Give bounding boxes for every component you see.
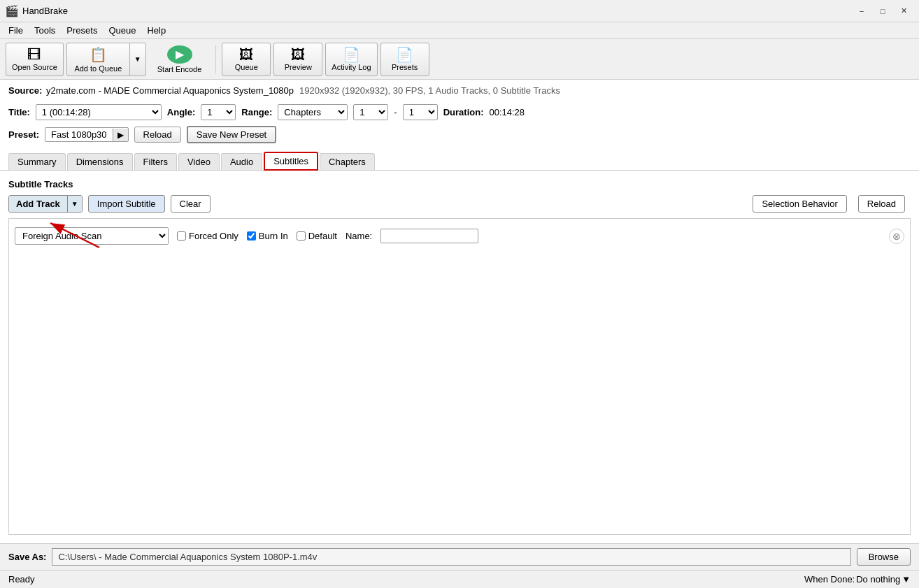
presets-button[interactable]: 📄 Presets xyxy=(380,43,429,76)
activity-log-label: Activity Log xyxy=(332,63,371,71)
browse-button[interactable]: Browse xyxy=(857,548,911,566)
preset-label: Preset: xyxy=(8,129,39,140)
tab-video[interactable]: Video xyxy=(178,153,220,170)
angle-label: Angle: xyxy=(167,107,195,117)
range-to-select[interactable]: 1 xyxy=(403,104,438,120)
add-track-button-group: Add Track ▼ xyxy=(8,195,83,213)
source-meta: 1920x932 (1920x932), 30 FPS, 1 Audio Tra… xyxy=(299,85,560,96)
source-info: Source: y2mate.com - MADE Commercial Aqu… xyxy=(0,80,919,101)
range-label: Range: xyxy=(241,107,272,117)
toolbar-separator-1 xyxy=(215,45,216,73)
title-select[interactable]: 1 (00:14:28) xyxy=(36,104,162,120)
title-row: Title: 1 (00:14:28) Angle: 1 Range: Chap… xyxy=(0,101,919,123)
title-field-label: Title: xyxy=(8,107,30,117)
duration-value: 00:14:28 xyxy=(489,107,525,117)
tabs-container: Summary Dimensions Filters Video Audio S… xyxy=(0,149,919,171)
titlebar: 🎬 HandBrake − □ ✕ xyxy=(0,0,919,22)
when-done-label: When Done: xyxy=(804,574,855,585)
tab-summary[interactable]: Summary xyxy=(8,153,66,170)
toolbar: 🎞 Open Source 📋 Add to Queue ▼ ▶ Start E… xyxy=(0,39,919,80)
menu-presets[interactable]: Presets xyxy=(61,24,103,37)
menu-file[interactable]: File xyxy=(3,24,29,37)
window-controls: − □ ✕ xyxy=(852,3,913,19)
reload-preset-button[interactable]: Reload xyxy=(134,127,181,143)
default-label: Default xyxy=(308,231,337,241)
close-button[interactable]: ✕ xyxy=(894,3,913,19)
reload-subtitles-button[interactable]: Reload xyxy=(858,195,905,213)
tab-subtitles[interactable]: Subtitles xyxy=(264,152,318,171)
preset-selector: Fast 1080p30 ▶ xyxy=(45,127,129,142)
toolbar-scrollbar xyxy=(904,42,913,76)
track-type-select[interactable]: Foreign Audio Scan English (Track 1) Eng… xyxy=(15,227,169,245)
tab-chapters[interactable]: Chapters xyxy=(320,153,375,170)
statusbar: Ready When Done: Do nothing ▼ xyxy=(0,570,919,588)
subtitle-right-buttons: Selection Behavior Reload xyxy=(753,195,911,213)
default-checkbox[interactable] xyxy=(297,231,306,241)
tab-filters[interactable]: Filters xyxy=(134,153,177,170)
queue-label: Queue xyxy=(235,63,258,71)
range-from-select[interactable]: 1 xyxy=(353,104,388,120)
menu-queue[interactable]: Queue xyxy=(103,24,141,37)
remove-track-button[interactable]: ⊗ xyxy=(889,229,904,244)
forced-only-label: Forced Only xyxy=(189,231,238,241)
saveas-label: Save As: xyxy=(8,552,46,562)
menu-tools[interactable]: Tools xyxy=(29,24,61,37)
add-to-queue-dropdown-arrow[interactable]: ▼ xyxy=(130,43,145,76)
app-icon: 🎬 xyxy=(6,5,18,17)
tab-dimensions[interactable]: Dimensions xyxy=(67,153,133,170)
save-new-preset-button[interactable]: Save New Preset xyxy=(187,126,276,143)
menubar: File Tools Presets Queue Help xyxy=(0,22,919,39)
forced-only-checkbox-label[interactable]: Forced Only xyxy=(177,231,238,241)
start-encode-button[interactable]: ▶ Start Encode xyxy=(149,43,211,76)
add-to-queue-button[interactable]: 📋 Add to Queue ▼ xyxy=(66,43,146,76)
import-subtitle-button[interactable]: Import Subtitle xyxy=(88,195,165,213)
menu-help[interactable]: Help xyxy=(141,24,171,37)
source-filename: y2mate.com - MADE Commercial Aquaponics … xyxy=(46,85,294,96)
maximize-button[interactable]: □ xyxy=(873,3,892,19)
start-encode-label: Start Encode xyxy=(157,65,202,73)
angle-select[interactable]: 1 xyxy=(201,104,236,120)
add-to-queue-main[interactable]: 📋 Add to Queue xyxy=(67,43,130,76)
queue-button[interactable]: 🖼 Queue xyxy=(222,43,271,76)
add-to-queue-label: Add to Queue xyxy=(74,64,122,73)
add-track-button[interactable]: Add Track xyxy=(9,196,67,212)
tab-audio[interactable]: Audio xyxy=(221,153,262,170)
name-input[interactable] xyxy=(380,229,478,243)
open-source-icon: 🎞 xyxy=(27,48,41,62)
preset-expand-button[interactable]: ▶ xyxy=(113,129,128,141)
default-checkbox-label[interactable]: Default xyxy=(297,231,337,241)
main-content: Subtitle Tracks Add Track ▼ Import Subti… xyxy=(0,171,919,543)
app-title: HandBrake xyxy=(22,6,852,16)
saveas-input[interactable] xyxy=(52,548,850,566)
burn-in-label: Burn In xyxy=(259,231,288,241)
status-text: Ready xyxy=(8,574,35,585)
name-label: Name: xyxy=(345,231,372,241)
subtitle-tracks-label: Subtitle Tracks xyxy=(8,179,911,189)
subtitle-area: Foreign Audio Scan English (Track 1) Eng… xyxy=(8,218,911,535)
start-encode-play-icon: ▶ xyxy=(167,45,192,64)
when-done-dropdown-arrow[interactable]: ▼ xyxy=(902,574,911,585)
minimize-button[interactable]: − xyxy=(852,3,871,19)
presets-label: Presets xyxy=(392,63,418,71)
queue-icon: 🖼 xyxy=(239,48,253,62)
saveas-bar: Save As: Browse xyxy=(0,543,919,570)
preset-row: Preset: Fast 1080p30 ▶ Reload Save New P… xyxy=(0,123,919,149)
preview-icon: 🖼 xyxy=(291,48,305,62)
range-type-select[interactable]: Chapters xyxy=(278,104,348,120)
subtitle-track-row: Foreign Audio Scan English (Track 1) Eng… xyxy=(15,224,904,248)
activity-log-button[interactable]: 📄 Activity Log xyxy=(325,43,377,76)
open-source-label: Open Source xyxy=(12,63,57,71)
subtitle-toolbar: Add Track ▼ Import Subtitle Clear Select… xyxy=(8,195,911,213)
when-done-value: Do nothing xyxy=(856,574,900,585)
burn-in-checkbox[interactable] xyxy=(247,231,256,241)
presets-icon: 📄 xyxy=(396,48,413,62)
burn-in-checkbox-label[interactable]: Burn In xyxy=(247,231,288,241)
range-separator: - xyxy=(394,107,397,117)
add-track-dropdown-button[interactable]: ▼ xyxy=(67,196,82,212)
clear-button[interactable]: Clear xyxy=(171,195,211,213)
forced-only-checkbox[interactable] xyxy=(177,231,186,241)
selection-behavior-button[interactable]: Selection Behavior xyxy=(753,195,846,213)
open-source-button[interactable]: 🎞 Open Source xyxy=(6,43,64,76)
preview-button[interactable]: 🖼 Preview xyxy=(273,43,322,76)
activity-log-icon: 📄 xyxy=(343,48,360,62)
